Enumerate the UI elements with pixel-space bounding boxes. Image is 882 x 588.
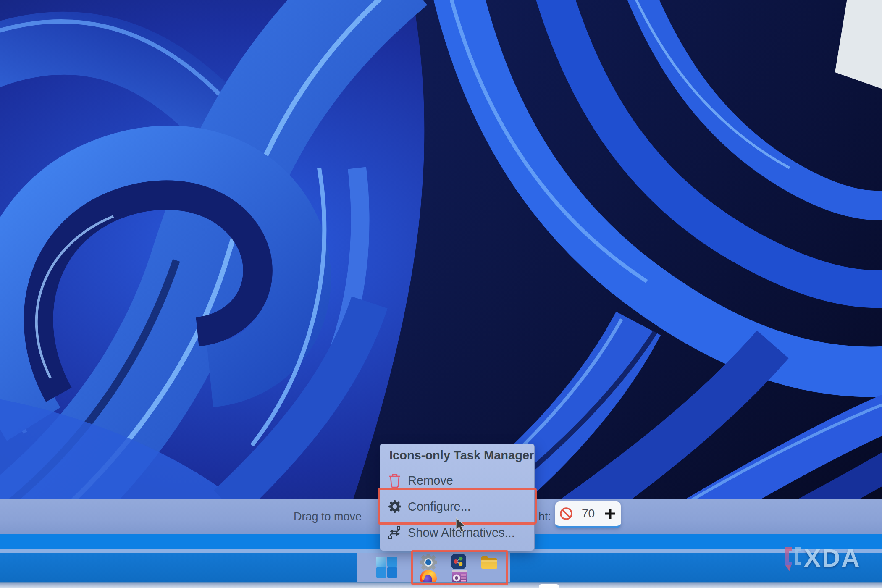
context-menu-title: Icons-only Task Manager: [380, 444, 534, 467]
xda-logo-text: XDA: [804, 544, 861, 572]
height-value[interactable]: 70: [578, 501, 600, 526]
xda-bracket-icon: [782, 544, 804, 572]
trash-icon: [387, 472, 403, 488]
annotation-box-taskbar: [411, 550, 508, 585]
prohibition-icon: [559, 507, 573, 521]
height-spinbox[interactable]: 70: [555, 501, 621, 528]
plus-icon: [604, 508, 616, 520]
xda-watermark: XDA: [782, 544, 861, 572]
bottom-strip-pill: [539, 584, 559, 588]
desktop: Drag to move ht: 70: [0, 0, 882, 588]
drag-to-move-handle[interactable]: Drag to move: [277, 499, 378, 534]
menu-item-label: Remove: [408, 474, 453, 488]
mouse-cursor: [456, 517, 470, 534]
alternatives-icon: [387, 525, 403, 541]
decrease-height-button[interactable]: [555, 501, 578, 526]
increase-height-button[interactable]: [599, 501, 621, 526]
